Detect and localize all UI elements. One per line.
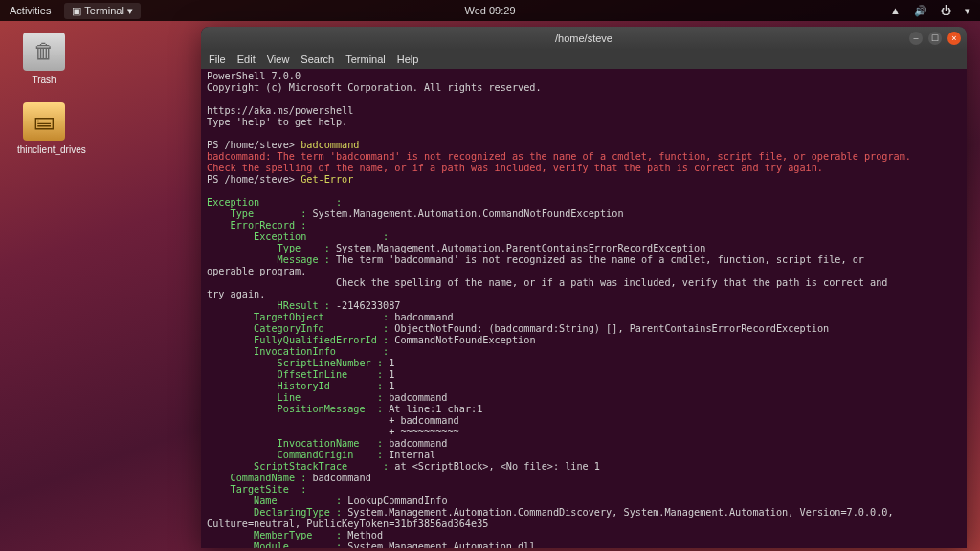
activities-button[interactable]: Activities: [10, 5, 51, 16]
menu-file[interactable]: File: [209, 54, 226, 65]
drive-label: thinclient_drives: [17, 144, 71, 155]
menu-terminal[interactable]: Terminal: [345, 54, 386, 65]
close-button[interactable]: ×: [947, 32, 961, 45]
clock[interactable]: Wed 09:29: [464, 5, 515, 16]
menu-view[interactable]: View: [267, 54, 290, 65]
terminal-icon: ▣: [72, 5, 81, 16]
titlebar[interactable]: /home/steve – ☐ ×: [201, 27, 967, 50]
app-menu[interactable]: ▣ Terminal ▾: [64, 3, 140, 19]
menubar: File Edit View Search Terminal Help: [201, 50, 967, 69]
minimize-button[interactable]: –: [909, 32, 923, 45]
power-icon[interactable]: ⏻: [941, 5, 951, 16]
app-menu-label: Terminal ▾: [84, 5, 133, 16]
terminal-window: /home/steve – ☐ × File Edit View Search …: [201, 27, 967, 548]
drive-icon[interactable]: 🖴 thinclient_drives: [17, 102, 71, 155]
volume-icon[interactable]: 🔊: [914, 5, 927, 17]
menu-search[interactable]: Search: [301, 54, 334, 65]
maximize-button[interactable]: ☐: [928, 32, 942, 45]
desktop-icons: 🗑 Trash 🖴 thinclient_drives: [17, 33, 71, 155]
menu-edit[interactable]: Edit: [237, 54, 256, 65]
window-title: /home/steve: [201, 33, 967, 44]
trash-label: Trash: [17, 75, 71, 85]
network-icon[interactable]: ▲: [890, 5, 901, 16]
chevron-down-icon[interactable]: ▾: [965, 5, 970, 17]
terminal-output[interactable]: PowerShell 7.0.0 Copyright (c) Microsoft…: [201, 69, 967, 548]
gnome-topbar: Activities ▣ Terminal ▾ Wed 09:29 ▲ 🔊 ⏻ …: [0, 0, 980, 21]
trash-icon[interactable]: 🗑 Trash: [17, 33, 71, 85]
menu-help[interactable]: Help: [397, 54, 419, 65]
